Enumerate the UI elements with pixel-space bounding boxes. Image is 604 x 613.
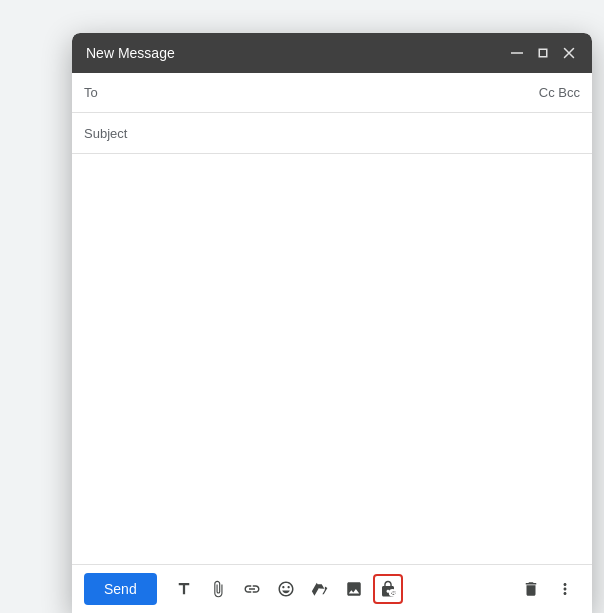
subject-row xyxy=(72,113,592,153)
compose-header[interactable]: New Message xyxy=(72,33,592,73)
svg-rect-0 xyxy=(511,52,523,54)
delete-icon[interactable] xyxy=(516,574,546,604)
more-options-icon[interactable] xyxy=(550,574,580,604)
drive-icon[interactable] xyxy=(305,574,335,604)
lock-confidential-icon[interactable]: ⏱ xyxy=(373,574,403,604)
toolbar-right xyxy=(516,574,580,604)
link-icon[interactable] xyxy=(237,574,267,604)
close-icon[interactable] xyxy=(560,44,578,62)
to-label: To xyxy=(84,85,114,100)
subject-field-row xyxy=(72,113,592,154)
header-actions xyxy=(508,44,578,62)
send-button[interactable]: Send xyxy=(84,573,157,605)
body-textarea[interactable] xyxy=(84,162,580,556)
compose-toolbar: Send ⏱ xyxy=(72,564,592,613)
compose-window: New Message To Cc Bcc Send xyxy=(72,33,592,613)
compose-title: New Message xyxy=(86,45,175,61)
minimize-icon[interactable] xyxy=(508,44,526,62)
format-text-icon[interactable] xyxy=(169,574,199,604)
photo-icon[interactable] xyxy=(339,574,369,604)
to-field-row: To Cc Bcc xyxy=(72,73,592,113)
compose-body[interactable] xyxy=(72,154,592,564)
attach-icon[interactable] xyxy=(203,574,233,604)
svg-text:⏱: ⏱ xyxy=(390,590,395,596)
to-input[interactable] xyxy=(114,85,539,100)
expand-icon[interactable] xyxy=(534,44,552,62)
cc-bcc-button[interactable]: Cc Bcc xyxy=(539,85,580,100)
subject-input[interactable] xyxy=(84,126,580,141)
emoji-icon[interactable] xyxy=(271,574,301,604)
